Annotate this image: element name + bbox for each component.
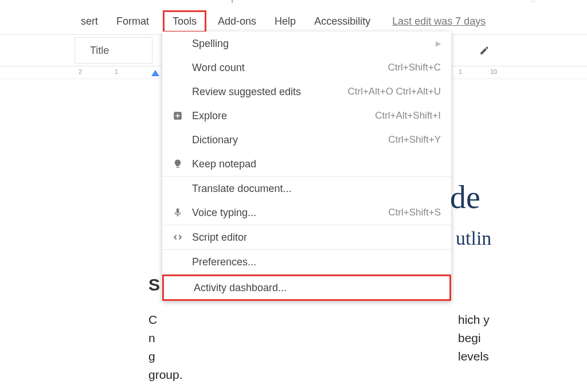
dd-voice-typing[interactable]: Voice typing... Ctrl+Shift+S <box>162 201 451 225</box>
last-edit-link[interactable]: Last edit was 7 days <box>390 13 488 30</box>
dd-dictionary[interactable]: Dictionary Ctrl+Shift+Y <box>162 128 451 152</box>
paragraph-style-select[interactable]: Title <box>75 37 152 64</box>
style-label: Title <box>90 45 109 57</box>
microphone-icon <box>171 206 184 219</box>
explore-icon <box>171 109 184 122</box>
menu-format[interactable]: Format <box>114 13 151 30</box>
dd-activity-dashboard[interactable]: Activity dashboard... <box>162 275 451 301</box>
menu-addons[interactable]: Add-ons <box>216 13 259 30</box>
chevron-right-icon: ▶ <box>436 40 441 48</box>
dd-spelling[interactable]: Spelling ▶ <box>162 32 451 56</box>
menu-insert[interactable]: sert <box>79 13 100 30</box>
menu-bar: sert Format Tools Add-ons Help Accessibi… <box>0 8 587 34</box>
menu-tools[interactable]: Tools <box>163 10 206 33</box>
dd-translate[interactable]: Translate document... <box>162 177 451 201</box>
doc-paragraph: Chich y nbegi glevels group. <box>148 311 510 384</box>
star-icon[interactable]: ☆ <box>529 0 538 6</box>
doc-heading-fragment: de <box>450 179 480 215</box>
keep-icon <box>171 158 184 170</box>
code-icon <box>171 231 184 244</box>
pencil-icon[interactable] <box>479 45 490 56</box>
dd-script-editor[interactable]: Script editor <box>162 225 451 249</box>
menu-help[interactable]: Help <box>272 13 298 30</box>
doc-title[interactable]: Session levels & outline <box>86 0 226 3</box>
dd-explore[interactable]: Explore Ctrl+Alt+Shift+I <box>162 104 451 128</box>
doc-title-bar: Session levels & outline | ☆ <box>0 0 587 3</box>
dd-review-suggested[interactable]: Review suggested edits Ctrl+Alt+O Ctrl+A… <box>162 80 451 104</box>
ruler-indent-marker[interactable] <box>151 70 159 76</box>
dd-keep-notepad[interactable]: Keep notepad <box>162 152 451 176</box>
tools-dropdown: Spelling ▶ Word count Ctrl+Shift+C Revie… <box>162 32 451 301</box>
menu-accessibility[interactable]: Accessibility <box>312 13 373 30</box>
dd-preferences[interactable]: Preferences... <box>162 250 451 274</box>
dd-word-count[interactable]: Word count Ctrl+Shift+C <box>162 56 451 80</box>
